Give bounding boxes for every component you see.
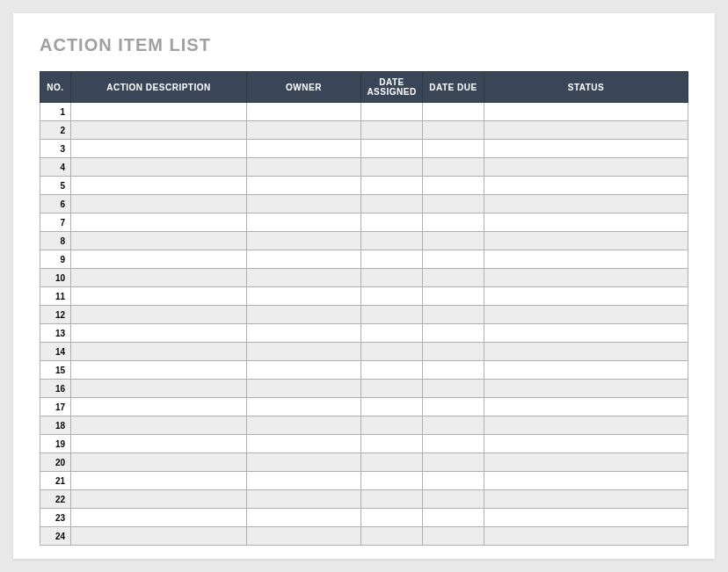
cell-assigned[interactable] [361,509,423,527]
cell-status[interactable] [484,121,688,140]
cell-action[interactable] [71,269,247,287]
cell-owner[interactable] [247,177,361,195]
cell-assigned[interactable] [361,140,423,158]
cell-action[interactable] [71,177,247,195]
cell-assigned[interactable] [361,416,423,435]
cell-due[interactable] [423,121,484,140]
cell-assigned[interactable] [361,121,423,140]
cell-no[interactable]: 9 [40,250,71,269]
cell-action[interactable] [71,490,247,509]
cell-status[interactable] [484,195,688,214]
cell-action[interactable] [71,103,247,121]
cell-action[interactable] [71,527,247,546]
cell-due[interactable] [423,343,484,361]
cell-assigned[interactable] [361,490,423,509]
cell-assigned[interactable] [361,214,423,232]
cell-owner[interactable] [247,343,361,361]
cell-action[interactable] [71,416,247,435]
cell-assigned[interactable] [361,269,423,287]
cell-action[interactable] [71,472,247,490]
cell-due[interactable] [423,103,484,121]
cell-action[interactable] [71,453,247,472]
cell-assigned[interactable] [361,361,423,380]
cell-owner[interactable] [247,380,361,398]
cell-no[interactable]: 1 [40,103,71,121]
cell-assigned[interactable] [361,158,423,177]
cell-status[interactable] [484,416,688,435]
cell-no[interactable]: 10 [40,269,71,287]
cell-due[interactable] [423,361,484,380]
cell-owner[interactable] [247,361,361,380]
cell-due[interactable] [423,453,484,472]
cell-no[interactable]: 15 [40,361,71,380]
cell-status[interactable] [484,214,688,232]
cell-owner[interactable] [247,140,361,158]
cell-due[interactable] [423,140,484,158]
cell-due[interactable] [423,416,484,435]
cell-status[interactable] [484,232,688,250]
cell-action[interactable] [71,232,247,250]
cell-action[interactable] [71,214,247,232]
cell-owner[interactable] [247,398,361,416]
cell-action[interactable] [71,250,247,269]
cell-owner[interactable] [247,232,361,250]
cell-assigned[interactable] [361,398,423,416]
cell-no[interactable]: 23 [40,509,71,527]
cell-status[interactable] [484,177,688,195]
cell-status[interactable] [484,269,688,287]
cell-no[interactable]: 12 [40,306,71,324]
cell-owner[interactable] [247,472,361,490]
cell-no[interactable]: 4 [40,158,71,177]
cell-no[interactable]: 6 [40,195,71,214]
cell-status[interactable] [484,324,688,343]
cell-due[interactable] [423,177,484,195]
cell-no[interactable]: 8 [40,232,71,250]
cell-no[interactable]: 14 [40,343,71,361]
cell-assigned[interactable] [361,287,423,306]
cell-action[interactable] [71,361,247,380]
cell-due[interactable] [423,232,484,250]
cell-due[interactable] [423,306,484,324]
cell-no[interactable]: 11 [40,287,71,306]
cell-no[interactable]: 5 [40,177,71,195]
cell-assigned[interactable] [361,472,423,490]
cell-assigned[interactable] [361,527,423,546]
cell-due[interactable] [423,287,484,306]
cell-owner[interactable] [247,121,361,140]
cell-owner[interactable] [247,195,361,214]
cell-no[interactable]: 22 [40,490,71,509]
cell-status[interactable] [484,158,688,177]
cell-due[interactable] [423,214,484,232]
cell-no[interactable]: 21 [40,472,71,490]
cell-no[interactable]: 18 [40,416,71,435]
cell-no[interactable]: 3 [40,140,71,158]
cell-status[interactable] [484,103,688,121]
cell-owner[interactable] [247,269,361,287]
cell-status[interactable] [484,398,688,416]
cell-owner[interactable] [247,214,361,232]
cell-assigned[interactable] [361,177,423,195]
cell-no[interactable]: 7 [40,214,71,232]
cell-owner[interactable] [247,453,361,472]
cell-action[interactable] [71,287,247,306]
cell-no[interactable]: 13 [40,324,71,343]
cell-status[interactable] [484,527,688,546]
cell-no[interactable]: 16 [40,380,71,398]
cell-assigned[interactable] [361,306,423,324]
cell-status[interactable] [484,287,688,306]
cell-status[interactable] [484,509,688,527]
cell-status[interactable] [484,472,688,490]
cell-status[interactable] [484,361,688,380]
cell-status[interactable] [484,453,688,472]
cell-due[interactable] [423,509,484,527]
cell-assigned[interactable] [361,380,423,398]
cell-action[interactable] [71,398,247,416]
cell-status[interactable] [484,140,688,158]
cell-status[interactable] [484,490,688,509]
cell-status[interactable] [484,306,688,324]
cell-due[interactable] [423,398,484,416]
cell-owner[interactable] [247,490,361,509]
cell-due[interactable] [423,380,484,398]
cell-owner[interactable] [247,306,361,324]
cell-action[interactable] [71,140,247,158]
